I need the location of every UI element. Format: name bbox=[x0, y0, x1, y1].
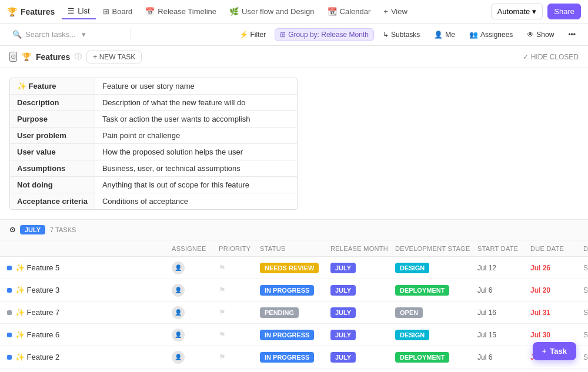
task-fab[interactable]: + Task bbox=[533, 342, 576, 360]
task-name-cell: ✨ Feature 5 bbox=[5, 263, 169, 272]
assignee-cell: 👤 bbox=[169, 306, 216, 319]
me-chip[interactable]: 👤 Me bbox=[429, 28, 460, 41]
automate-button[interactable]: Automate ▾ bbox=[491, 4, 543, 19]
priority-indicator bbox=[7, 355, 12, 360]
template-row: Acceptance criteriaConditions of accepta… bbox=[10, 193, 297, 210]
tab-board[interactable]: ⊞Board bbox=[97, 4, 139, 19]
priority-indicator bbox=[7, 266, 12, 270]
subtasks-chip[interactable]: ↳ Subtasks bbox=[377, 28, 425, 41]
description-cell: Sample description bbox=[581, 264, 588, 272]
status-badge: IN PROGRESS bbox=[260, 330, 314, 340]
page-emoji: 🏆 bbox=[22, 52, 31, 61]
start-date-cell: Jul 6 bbox=[475, 353, 528, 361]
status-cell: IN PROGRESS bbox=[258, 352, 328, 363]
brand-emoji: 🏆 bbox=[7, 7, 17, 16]
template-row: Not doingAnything that is out of scope f… bbox=[10, 177, 297, 193]
template-value: Description of what the new feature will… bbox=[95, 95, 297, 111]
description-cell: Sample description bbox=[581, 286, 588, 294]
task-name: ✨ Feature 5 bbox=[15, 263, 59, 272]
status-cell: NEEDS REVIEW bbox=[258, 263, 328, 273]
start-date-cell: Jul 16 bbox=[475, 309, 528, 317]
avatar: 👤 bbox=[172, 351, 185, 364]
show-chip[interactable]: 👁 Show bbox=[522, 28, 559, 41]
avatar: 👤 bbox=[172, 306, 185, 319]
chevron-down-icon: ▾ bbox=[82, 30, 86, 39]
hide-closed[interactable]: ✓ HIDE CLOSED bbox=[523, 53, 579, 61]
task-row[interactable]: ✨ Feature 7 👤 ⚑ PENDING JULY OPEN Jul 16… bbox=[0, 301, 588, 324]
tab-release-timeline[interactable]: 📅Release Timeline bbox=[139, 4, 222, 19]
july-badge: JULY bbox=[20, 225, 45, 234]
dev-stage-cell: DESIGN bbox=[393, 263, 475, 273]
search-box[interactable]: 🔍 Search tasks... ▾ bbox=[7, 27, 125, 42]
template-value: Anything that is out of scope for this f… bbox=[95, 177, 297, 193]
due-date-cell: Jul 20 bbox=[528, 286, 581, 294]
col-release-month: RELEASE MONTH bbox=[328, 245, 393, 252]
new-task-button[interactable]: + NEW TASK bbox=[86, 51, 142, 63]
tab-label: Release Timeline bbox=[158, 7, 216, 16]
group-icon: ⊞ bbox=[280, 31, 286, 39]
task-row[interactable]: ✨ Feature 6 👤 ⚑ IN PROGRESS JULY DESIGN … bbox=[0, 324, 588, 346]
task-name: ✨ Feature 2 bbox=[15, 353, 59, 361]
more-icon[interactable]: ••• bbox=[563, 28, 581, 41]
task-row[interactable]: ✨ Feature 5 👤 ⚑ NEEDS REVIEW JULY DESIGN… bbox=[0, 257, 588, 279]
group-by-chip[interactable]: ⊞ Group by: Release Month bbox=[275, 28, 374, 41]
release-month-cell: JULY bbox=[328, 263, 393, 273]
filter-bar: 🔍 Search tasks... ▾ ⚡ Filter ⊞ Group by:… bbox=[0, 24, 588, 46]
template-value: Feature or user story name bbox=[95, 78, 297, 95]
task-row[interactable]: ✨ Feature 2 👤 ⚑ IN PROGRESS JULY DEPLOYM… bbox=[0, 346, 588, 368]
avatar: 👤 bbox=[172, 329, 185, 341]
task-row[interactable]: ✨ Feature 4 👤 ⚑ IN PROGRESS JULY TESTING… bbox=[0, 368, 588, 372]
dev-stage-cell: DEPLOYMENT bbox=[393, 352, 475, 363]
description-cell: Sample description bbox=[581, 331, 588, 339]
task-name-cell: ✨ Feature 3 bbox=[5, 286, 169, 294]
avatar: 👤 bbox=[172, 284, 185, 297]
template-field: ✨ Feature bbox=[10, 78, 95, 95]
priority-cell: ⚑ bbox=[216, 308, 258, 317]
col-status: STATUS bbox=[258, 245, 328, 252]
dev-stage-cell: DEPLOYMENT bbox=[393, 285, 475, 296]
template-field: Not doing bbox=[10, 177, 95, 193]
collapse-july-icon[interactable]: ⊙ bbox=[9, 226, 15, 234]
chevron-down-icon: ▾ bbox=[532, 7, 536, 16]
filter-chip[interactable]: ⚡ Filter bbox=[234, 28, 272, 41]
collapse-button[interactable]: ⊙ bbox=[9, 52, 17, 62]
tab-icon: 📅 bbox=[145, 7, 155, 16]
flag-icon: ⚑ bbox=[219, 286, 226, 294]
brand: 🏆 Features bbox=[7, 7, 55, 16]
task-row[interactable]: ✨ Feature 3 👤 ⚑ IN PROGRESS JULY DEPLOYM… bbox=[0, 279, 588, 301]
release-month-cell: JULY bbox=[328, 285, 393, 296]
task-name-cell: ✨ Feature 2 bbox=[5, 353, 169, 361]
tab-list[interactable]: ☰List bbox=[62, 4, 95, 19]
release-month-cell: JULY bbox=[328, 330, 393, 340]
release-month-cell: JULY bbox=[328, 307, 393, 318]
info-icon[interactable]: ⓘ bbox=[75, 52, 82, 62]
tab-label: Board bbox=[112, 7, 133, 16]
priority-cell: ⚑ bbox=[216, 330, 258, 339]
avatar: 👤 bbox=[172, 262, 185, 274]
tab-view[interactable]: +View bbox=[377, 4, 413, 19]
template-field: Description bbox=[10, 95, 95, 111]
col-due-date: DUE DATE bbox=[528, 245, 581, 252]
search-placeholder: Search tasks... bbox=[25, 30, 76, 39]
priority-indicator bbox=[7, 333, 12, 337]
assignees-chip[interactable]: 👥 Assignees bbox=[464, 28, 518, 41]
task-name: ✨ Feature 3 bbox=[15, 286, 59, 294]
dev-stage-cell: DESIGN bbox=[393, 330, 475, 340]
dev-stage-badge: DEPLOYMENT bbox=[395, 352, 449, 363]
col-description: DESCRIPTION bbox=[581, 245, 588, 252]
description-cell: Sample description bbox=[581, 309, 588, 317]
priority-indicator bbox=[7, 288, 12, 293]
tab-user-flow[interactable]: 🌿User flow and Design bbox=[223, 4, 320, 19]
col-assignee: ASSIGNEE bbox=[169, 245, 216, 252]
share-button[interactable]: Share bbox=[547, 4, 581, 19]
template-field: User problem bbox=[10, 128, 95, 144]
tab-calendar[interactable]: 📆Calendar bbox=[322, 4, 377, 19]
template-field: Purpose bbox=[10, 111, 95, 128]
july-task-count: 7 TASKS bbox=[50, 226, 76, 233]
start-date-cell: Jul 6 bbox=[475, 286, 528, 294]
priority-indicator bbox=[7, 310, 12, 315]
tab-label: List bbox=[78, 6, 89, 15]
assignee-cell: 👤 bbox=[169, 329, 216, 341]
priority-cell: ⚑ bbox=[216, 353, 258, 361]
status-badge: NEEDS REVIEW bbox=[260, 263, 319, 273]
